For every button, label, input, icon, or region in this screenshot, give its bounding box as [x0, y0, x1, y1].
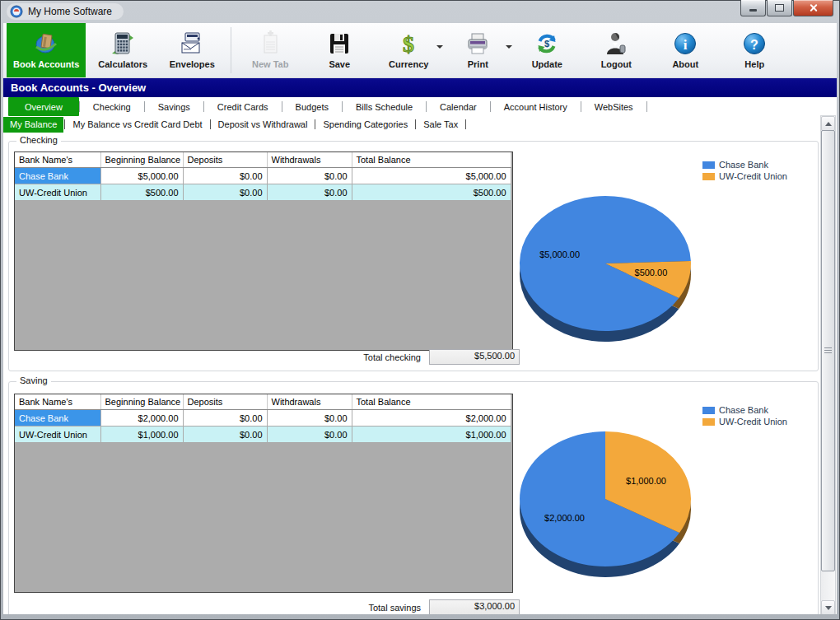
amount-cell[interactable]: $0.00 [267, 427, 352, 443]
tab-credit-cards[interactable]: Credit Cards [204, 97, 282, 116]
toolbar: Book AccountsCalculatorsEnvelopesNew Tab… [3, 23, 837, 78]
column-header[interactable]: Deposits [183, 394, 267, 410]
saving-table: Bank Name'sBeginning BalanceDepositsWith… [14, 394, 513, 593]
maximize-button[interactable] [767, 0, 792, 16]
dropdown-arrow-icon[interactable] [506, 45, 512, 49]
column-header[interactable]: Total Balance [352, 394, 511, 410]
legend-swatch [702, 418, 715, 426]
amount-cell[interactable]: $500.00 [352, 184, 511, 201]
checking-group: Checking Bank Name'sBeginning BalanceDep… [8, 141, 819, 371]
minimize-icon [749, 9, 757, 12]
titlebar: My Home Software [0, 0, 840, 23]
table-row[interactable]: Chase Bank$2,000.00$0.00$0.00$2,000.00 [15, 410, 511, 427]
tab-divider [646, 101, 647, 112]
bank-name-cell[interactable]: Chase Bank [15, 410, 100, 427]
tab-websites[interactable]: WebSites [581, 97, 646, 116]
about-icon: i [672, 30, 698, 57]
logout-icon [603, 30, 629, 57]
close-icon [809, 3, 818, 12]
pie-slice-label: $5,000.00 [539, 249, 580, 259]
saving-pie-chart: $2,000.00$1,000.00 [508, 423, 702, 591]
amount-cell[interactable]: $2,000.00 [100, 410, 183, 427]
tab-overview[interactable]: Overview [8, 97, 79, 116]
subtab-spending-categories[interactable]: Spending Categories [316, 117, 414, 133]
toolbar-separator [231, 27, 231, 73]
vertical-scrollbar[interactable] [820, 115, 836, 614]
book-accounts-button[interactable]: Book Accounts [7, 23, 86, 77]
tab-calendar[interactable]: Calendar [427, 97, 490, 116]
amount-cell[interactable]: $0.00 [183, 168, 267, 184]
toolbar-button-label: Print [468, 59, 488, 69]
tab-divider [64, 119, 65, 129]
scroll-up-icon [825, 122, 832, 126]
pie-slice-label: $500.00 [635, 268, 668, 277]
toolbar-button-label: Currency [389, 59, 428, 69]
close-button[interactable] [793, 0, 833, 16]
save-button[interactable]: Save [307, 23, 371, 77]
legend-label: Chase Bank [719, 160, 768, 170]
column-header[interactable]: Withdrawals [267, 394, 352, 410]
tab-bills-schedule[interactable]: Bills Schedule [343, 97, 426, 116]
about-button[interactable]: iAbout [653, 23, 717, 77]
tab-savings[interactable]: Savings [145, 97, 203, 116]
subtab-my-balance[interactable]: My Balance [3, 117, 63, 133]
tab-account-history[interactable]: Account History [491, 97, 581, 116]
legend-swatch [702, 161, 715, 169]
amount-cell[interactable]: $0.00 [267, 168, 352, 184]
tab-checking[interactable]: Checking [80, 97, 144, 116]
minimize-button[interactable] [740, 0, 766, 16]
calculators-button[interactable]: Calculators [91, 23, 155, 77]
tab-budgets[interactable]: Budgets [282, 97, 342, 116]
save-icon [326, 30, 352, 57]
column-header[interactable]: Total Balance [352, 152, 511, 168]
subtab-my-balance-vs-credit-card-debt[interactable]: My Balance vs Credit Card Debt [66, 117, 208, 133]
table-row[interactable]: UW-Credit Union$500.00$0.00$0.00$500.00 [15, 184, 511, 201]
bank-name-cell[interactable]: Chase Bank [15, 168, 100, 184]
column-header[interactable]: Deposits [183, 152, 267, 168]
saving-total-field: $3,000.00 [429, 599, 520, 614]
amount-cell[interactable]: $1,000.00 [352, 427, 511, 443]
toolbar-button-label: Calculators [98, 59, 147, 69]
bank-name-cell[interactable]: UW-Credit Union [15, 427, 100, 443]
legend-item: UW-Credit Union [702, 171, 787, 181]
envelopes-button[interactable]: Envelopes [160, 23, 224, 77]
table-row[interactable]: Chase Bank$5,000.00$0.00$0.00$5,000.00 [15, 168, 511, 184]
scrollbar-thumb[interactable] [821, 130, 835, 571]
toolbar-button-label: About [672, 59, 698, 69]
amount-cell[interactable]: $2,000.00 [352, 410, 511, 427]
amount-cell[interactable]: $5,000.00 [352, 168, 511, 184]
tab-divider [315, 119, 315, 129]
amount-cell[interactable]: $5,000.00 [100, 168, 183, 184]
amount-cell[interactable]: $0.00 [267, 410, 352, 427]
column-header[interactable]: Withdrawals [267, 152, 352, 168]
help-button[interactable]: ?Help [722, 23, 786, 77]
calculator-icon [110, 30, 136, 57]
amount-cell[interactable]: $0.00 [183, 427, 267, 443]
logout-button[interactable]: Logout [584, 23, 648, 77]
column-header[interactable]: Beginning Balance [100, 152, 183, 168]
subtab-sale-tax[interactable]: Sale Tax [417, 117, 464, 133]
dropdown-arrow-icon[interactable] [436, 45, 443, 49]
amount-cell[interactable]: $0.00 [267, 184, 352, 201]
currency-button[interactable]: $Currency [376, 23, 441, 77]
svg-text:$: $ [403, 31, 414, 57]
table-row[interactable]: UW-Credit Union$1,000.00$0.00$0.00$1,000… [15, 427, 511, 443]
subtab-deposit-vs-withdrawal[interactable]: Deposit vs Withdrawal [212, 117, 315, 133]
amount-cell[interactable]: $1,000.00 [100, 427, 183, 443]
column-header[interactable]: Beginning Balance [100, 394, 183, 410]
amount-cell[interactable]: $500.00 [100, 184, 183, 201]
amount-cell[interactable]: $0.00 [183, 410, 267, 427]
scroll-up-button[interactable] [821, 116, 835, 131]
scroll-down-button[interactable] [821, 600, 835, 614]
toolbar-button-label: Envelopes [170, 59, 215, 69]
svg-text:$: $ [544, 39, 549, 49]
book-accounts-icon [33, 30, 59, 57]
bank-name-cell[interactable]: UW-Credit Union [15, 184, 100, 201]
update-button[interactable]: $Update [515, 23, 579, 77]
column-header[interactable]: Bank Name's [15, 152, 100, 168]
amount-cell[interactable]: $0.00 [183, 184, 267, 201]
column-header[interactable]: Bank Name's [15, 394, 100, 410]
checking-total-row: Total checking $5,500.00 [256, 349, 520, 365]
print-button[interactable]: Print [446, 23, 510, 77]
window-title: My Home Software [28, 6, 112, 17]
